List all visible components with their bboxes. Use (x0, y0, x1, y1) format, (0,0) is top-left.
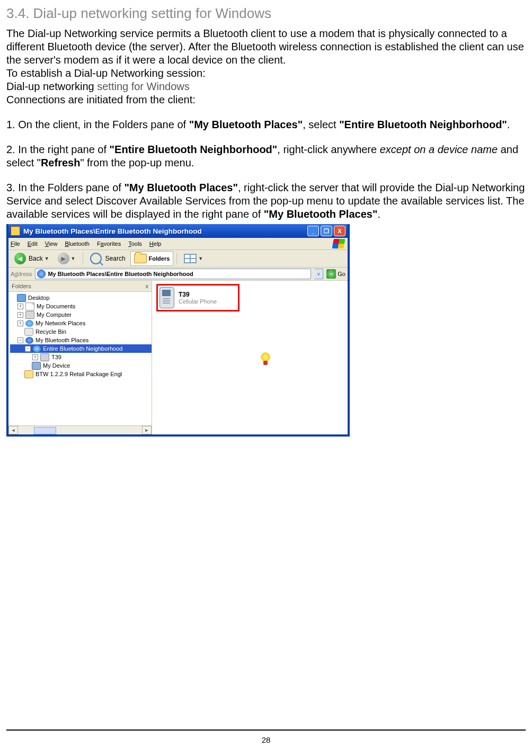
go-button[interactable]: → Go (326, 269, 345, 279)
device-name-label: T39 (179, 291, 217, 298)
tree-btneigh-label: Entire Bluetooth Neighborhood (43, 344, 122, 353)
scroll-left-button[interactable]: ◄ (8, 426, 18, 434)
back-arrow-icon: ◄ (14, 253, 26, 264)
back-label: Back (29, 255, 43, 262)
scroll-right-button[interactable]: ► (142, 426, 152, 434)
step2-b: "Entire Bluetooth Neighborhood" (110, 144, 278, 155)
tree-mydocs-label: My Documents (37, 302, 75, 310)
step-3: 3. In the Folders pane of "My Bluetooth … (6, 181, 526, 221)
step1-b: "My Bluetooth Places" (189, 119, 303, 130)
folders-label: Folders (149, 255, 170, 262)
folders-pane-close-button[interactable]: x (146, 283, 149, 289)
pushpin-icon (258, 352, 273, 367)
address-dropdown-button[interactable]: v (314, 269, 323, 279)
documents-icon (25, 303, 34, 310)
forward-arrow-icon: ► (58, 253, 69, 264)
step2-d: except on a device name (380, 144, 498, 155)
explorer-window: My Bluetooth Places\Entire Bluetooth Nei… (6, 224, 350, 437)
tree-entire-bluetooth-neighborhood[interactable]: −Entire Bluetooth Neighborhood (10, 344, 152, 353)
toolbar-separator-2 (176, 253, 177, 264)
menu-bluetooth[interactable]: Bluetooth (65, 241, 90, 247)
intro-line-4: Connections are initiated from the clien… (6, 93, 526, 106)
bt-neighborhood-icon (33, 345, 41, 352)
device-item-t39[interactable]: T39 Cellular Phone (156, 284, 240, 312)
intro-line-2: To establish a Dial-up Networking sessio… (6, 67, 526, 80)
step3-e: . (377, 208, 380, 220)
tree-mydevice-label: My Device (43, 361, 70, 370)
close-button[interactable]: X (334, 226, 345, 236)
address-input[interactable]: My Bluetooth Places\Entire Bluetooth Nei… (35, 269, 311, 279)
titlebar[interactable]: My Bluetooth Places\Entire Bluetooth Nei… (8, 224, 348, 238)
folder-icon (24, 370, 33, 378)
tree-my-bluetooth-places[interactable]: −My Bluetooth Places (10, 336, 152, 344)
tree-btw-package[interactable]: BTW 1.2.2.9 Retail Package Engl (10, 370, 152, 378)
step2-f: Refresh (41, 157, 80, 168)
address-value: My Bluetooth Places\Entire Bluetooth Nei… (48, 271, 193, 277)
maximize-button[interactable]: ❐ (321, 226, 332, 236)
folders-tree[interactable]: Desktop +My Documents +My Computer +My N… (8, 292, 152, 425)
recycle-bin-icon (24, 328, 33, 336)
forward-button[interactable]: ► ▼ (54, 252, 79, 265)
step1-d: "Entire Bluetooth Neighborhood" (339, 119, 507, 130)
window-title: My Bluetooth Places\Entire Bluetooth Nei… (23, 227, 306, 235)
minimize-button[interactable]: _ (307, 226, 319, 236)
step-2: 2. In the right pane of "Entire Bluetoot… (6, 143, 526, 170)
tree-mynet-label: My Network Places (36, 319, 85, 327)
tree-desktop-label: Desktop (28, 293, 49, 302)
folders-button[interactable]: Folders (130, 251, 174, 266)
step1-c: , select (303, 119, 339, 130)
search-icon (90, 253, 102, 264)
menu-view[interactable]: View (45, 241, 58, 247)
network-icon (25, 320, 33, 327)
toolbar-separator (83, 253, 83, 264)
step3-b: "My Bluetooth Places" (124, 182, 238, 193)
search-button[interactable]: Search (86, 252, 129, 265)
step3-d: "My Bluetooth Places" (264, 208, 378, 220)
window-icon (11, 226, 20, 236)
menu-edit[interactable]: Edit (28, 241, 38, 247)
back-button[interactable]: ◄ Back ▼ (11, 252, 53, 265)
tree-my-device[interactable]: My Device (10, 361, 152, 370)
menu-help[interactable]: Help (149, 241, 162, 247)
step3-a: 3. In the Folders pane of (6, 182, 124, 193)
folders-h-scrollbar[interactable]: ◄ ► (8, 425, 152, 434)
tree-mycomp-label: My Computer (37, 310, 72, 319)
intro-line-3: Dial-up networking setting for Windows (6, 80, 526, 93)
computer-icon (25, 311, 34, 319)
folders-pane: Folders x Desktop +My Documents +My Comp… (8, 281, 152, 434)
desktop-icon (17, 294, 26, 302)
bluetooth-icon (25, 337, 33, 344)
tree-desktop[interactable]: Desktop (10, 293, 152, 302)
step1-e: . (507, 119, 510, 130)
menu-file[interactable]: File (11, 241, 20, 247)
tree-my-documents[interactable]: +My Documents (10, 302, 152, 310)
section-heading: 3.4. Dial-up networking setting for Wind… (6, 5, 526, 22)
menu-favorites[interactable]: Favorites (97, 241, 121, 247)
go-label: Go (338, 271, 345, 277)
step-1: 1. On the client, in the Folders pane of… (6, 118, 526, 131)
address-item-icon (37, 270, 46, 278)
tree-my-computer[interactable]: +My Computer (10, 310, 152, 319)
footer-rule (6, 730, 526, 731)
menu-tools[interactable]: Tools (128, 241, 142, 247)
content-pane[interactable]: T39 Cellular Phone (152, 281, 348, 434)
cellphone-icon (159, 287, 174, 308)
views-caret-icon: ▼ (198, 256, 203, 261)
search-label: Search (105, 255, 126, 262)
tree-t39[interactable]: +T39 (10, 353, 152, 361)
scroll-thumb[interactable] (34, 427, 56, 434)
device-icon (32, 362, 41, 370)
toolbar: ◄ Back ▼ ► ▼ Search Folders ▼ (8, 250, 348, 268)
page-number: 28 (0, 735, 532, 744)
phone-icon (40, 353, 49, 361)
intro-line-3a: Dial-up networking (6, 81, 97, 92)
tree-recycle-label: Recycle Bin (36, 327, 66, 336)
scroll-track[interactable] (18, 426, 142, 434)
step1-a: 1. On the client, in the Folders pane of (6, 119, 189, 130)
views-button[interactable]: ▼ (180, 252, 207, 265)
tree-t39-label: T39 (51, 353, 61, 361)
tree-recycle-bin[interactable]: Recycle Bin (10, 327, 152, 336)
folders-icon (134, 254, 147, 263)
views-icon (184, 254, 197, 263)
tree-my-network-places[interactable]: +My Network Places (10, 319, 152, 327)
